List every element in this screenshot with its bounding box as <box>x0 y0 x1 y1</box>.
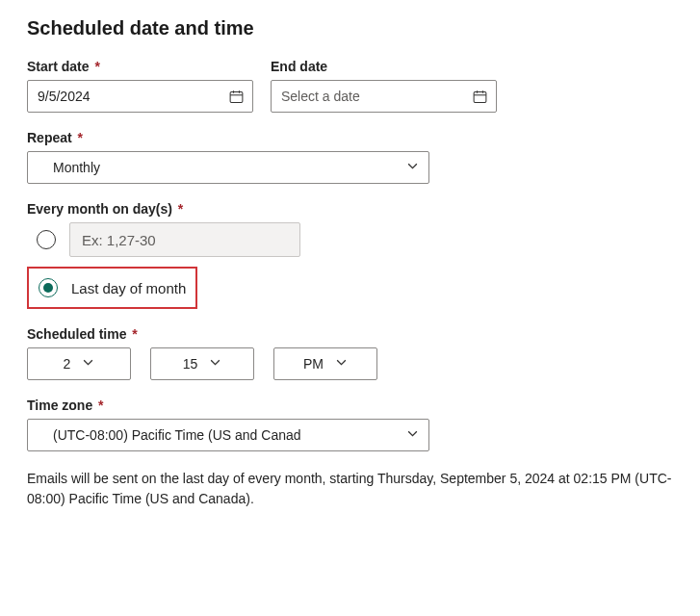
radio-specific-days[interactable] <box>37 230 56 249</box>
repeat-value: Monthly <box>53 160 100 175</box>
end-date-label: End date <box>271 59 497 74</box>
timezone-label: Time zone * <box>27 398 673 413</box>
calendar-icon[interactable] <box>463 89 496 105</box>
specific-days-input: Ex: 1,27-30 <box>69 222 300 257</box>
chevron-down-icon <box>82 356 94 372</box>
last-day-option-highlight: Last day of month <box>27 267 197 309</box>
radio-last-day[interactable] <box>39 278 58 297</box>
chevron-down-icon <box>406 427 419 443</box>
scheduled-time-label: Scheduled time * <box>27 326 673 342</box>
minute-select[interactable]: 15 <box>150 347 254 380</box>
svg-rect-0 <box>230 91 243 102</box>
every-month-label: Every month on day(s) * <box>27 201 673 217</box>
ampm-value: PM <box>303 356 324 372</box>
ampm-select[interactable]: PM <box>273 347 377 380</box>
chevron-down-icon <box>209 356 221 372</box>
calendar-icon[interactable] <box>220 89 252 105</box>
end-date-field[interactable] <box>271 80 497 113</box>
end-date-input[interactable] <box>272 89 463 104</box>
timezone-value: (UTC-08:00) Pacific Time (US and Canad <box>53 427 301 443</box>
chevron-down-icon <box>335 356 348 372</box>
start-date-label: Start date * <box>27 59 253 74</box>
svg-rect-4 <box>474 91 486 102</box>
hour-value: 2 <box>64 356 71 372</box>
hour-select[interactable]: 2 <box>27 347 131 380</box>
radio-last-day-label: Last day of month <box>71 280 186 296</box>
section-title: Scheduled date and time <box>27 17 673 39</box>
schedule-summary: Emails will be sent on the last day of e… <box>27 469 673 509</box>
start-date-field[interactable] <box>27 80 253 113</box>
start-date-input[interactable] <box>28 89 220 104</box>
minute-value: 15 <box>183 356 198 372</box>
chevron-down-icon <box>406 160 419 175</box>
timezone-select[interactable]: (UTC-08:00) Pacific Time (US and Canad <box>27 419 429 451</box>
repeat-label: Repeat * <box>27 130 673 145</box>
repeat-select[interactable]: Monthly <box>27 151 429 184</box>
